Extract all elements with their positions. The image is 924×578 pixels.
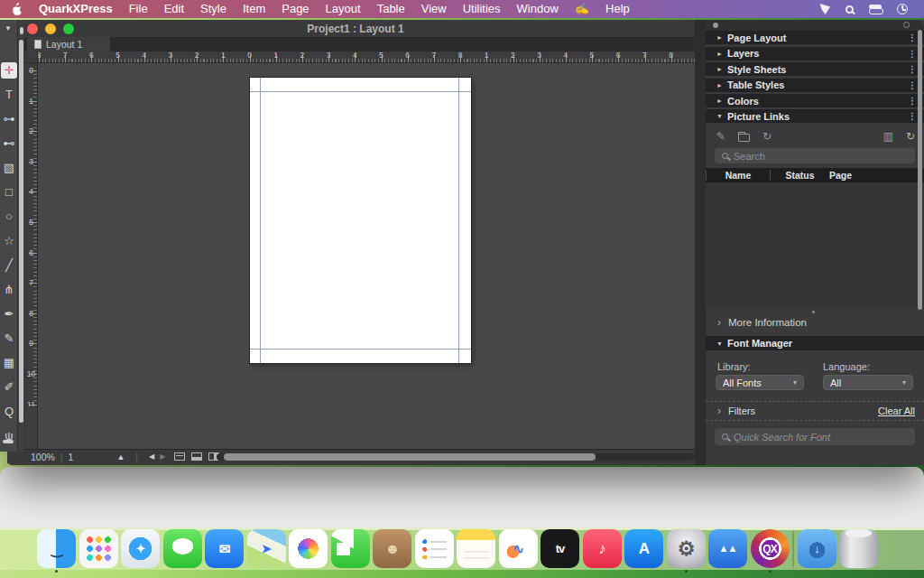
tool-button[interactable]: ☆ — [0, 228, 18, 253]
menu-item[interactable]: Table — [369, 0, 413, 18]
dock-item[interactable]: QX — [751, 529, 790, 568]
menu-item[interactable]: Item — [235, 0, 273, 18]
panel-section-header[interactable]: ► Page Layout ⋮ — [706, 31, 924, 44]
dock-item[interactable] — [163, 529, 202, 568]
filters-label[interactable]: Filters — [728, 406, 755, 416]
section-menu-icon[interactable]: ⋮ — [908, 33, 917, 42]
menu-item[interactable]: Help — [597, 0, 638, 18]
background-window[interactable] — [0, 467, 924, 530]
font-search-input[interactable] — [734, 432, 908, 443]
dock-item[interactable] — [792, 531, 794, 567]
close-button[interactable] — [27, 23, 38, 34]
dock-item[interactable]: ✉ — [205, 529, 244, 568]
library-select[interactable]: All Fonts ▾ — [716, 375, 804, 390]
section-menu-icon[interactable]: ⋮ — [908, 111, 917, 121]
zoom-level[interactable]: 100% — [31, 452, 55, 462]
dock-item[interactable]: ‿ — [37, 529, 76, 568]
menu-item[interactable]: QuarkXPress — [31, 0, 121, 18]
menu-item[interactable]: Style — [192, 0, 235, 18]
section-menu-icon[interactable]: ⋮ — [908, 96, 917, 106]
panel-section-header[interactable]: ► Style Sheets ⋮ — [706, 62, 924, 76]
tool-button[interactable]: □ — [0, 180, 18, 204]
tool-button[interactable]: ▦ — [0, 350, 18, 375]
clear-all-link[interactable]: Clear All — [878, 406, 915, 416]
section-menu-icon[interactable]: ⋮ — [908, 80, 917, 90]
view-mode-pages-icon[interactable] — [174, 452, 185, 461]
minimize-button[interactable] — [45, 23, 56, 34]
language-select[interactable]: All ▾ — [823, 375, 913, 390]
ruler-origin-box[interactable] — [25, 51, 38, 63]
section-menu-icon[interactable]: ⋮ — [908, 49, 917, 59]
sync-icon[interactable]: ↻ — [762, 130, 772, 143]
pasteboard[interactable] — [38, 63, 695, 449]
menu-item[interactable]: Layout — [318, 0, 369, 18]
horizontal-scrollbar-track[interactable] — [217, 453, 695, 461]
picture-links-list[interactable] — [706, 182, 924, 309]
tool-button[interactable]: ψ — [0, 424, 18, 448]
horizontal-scrollbar-thumb[interactable] — [224, 453, 596, 461]
menu-item[interactable]: File — [121, 0, 156, 18]
zoom-button[interactable] — [63, 23, 74, 34]
more-information-row[interactable]: › More Information — [706, 309, 924, 336]
tool-button[interactable]: ✐ — [0, 375, 18, 399]
dock-item[interactable] — [415, 529, 454, 568]
dock-item[interactable]: ♪ — [583, 529, 622, 568]
dock-item[interactable]: ⚙ — [667, 529, 706, 568]
open-folder-icon[interactable] — [738, 132, 750, 142]
tool-button[interactable]: ╱ — [0, 253, 18, 277]
tool-button[interactable]: ✎ — [0, 326, 18, 350]
refresh-icon[interactable]: ↻ — [906, 130, 915, 143]
search-input[interactable] — [734, 151, 908, 162]
tab-layout-1[interactable]: Layout 1 — [27, 37, 110, 51]
column-header[interactable]: Name — [706, 170, 770, 181]
panel-section-header[interactable]: ► Colors ⋮ — [706, 94, 924, 107]
spotlight-icon[interactable] — [845, 5, 854, 14]
tool-button[interactable]: ✛ — [0, 58, 18, 82]
previous-page-button[interactable]: ◀ — [149, 452, 154, 461]
font-manager-header[interactable]: ▼ Font Manager — [706, 336, 924, 350]
menu-item[interactable]: Utilities — [455, 0, 509, 18]
tool-button[interactable]: Q — [0, 399, 18, 424]
dock-item[interactable] — [331, 529, 370, 568]
menu-item[interactable]: Edit — [156, 0, 192, 18]
page-popup-button[interactable]: ▲ — [116, 452, 125, 461]
menu-item[interactable]: Page — [273, 0, 317, 18]
panel-vertical-scrollbar[interactable] — [918, 30, 922, 310]
tool-button[interactable]: ⊶ — [0, 107, 18, 131]
panel-collapse-ring[interactable] — [903, 22, 910, 28]
next-page-button[interactable]: ▶ — [160, 452, 165, 461]
dock-item[interactable] — [457, 529, 495, 568]
dock-item[interactable]: ✦ — [121, 529, 160, 568]
panel-handle-dot[interactable] — [713, 23, 718, 28]
palette-menu-caret[interactable]: ▼ — [0, 20, 17, 33]
dock-item[interactable]: ☻ — [373, 529, 411, 568]
dock-item[interactable] — [79, 529, 118, 568]
tool-button[interactable]: ⊷ — [0, 131, 18, 155]
dock-item[interactable]: A — [624, 529, 663, 568]
dock-item[interactable] — [839, 529, 878, 568]
menu-item[interactable]: Window — [509, 0, 567, 18]
picture-links-header[interactable]: ▼ Picture Links ⋮ — [706, 109, 924, 123]
columns-icon[interactable]: ▥ — [883, 130, 893, 143]
tool-button[interactable]: ⋔ — [0, 277, 18, 302]
page-number[interactable]: 1 — [69, 452, 74, 462]
view-mode-split-icon[interactable] — [191, 452, 202, 461]
panel-section-header[interactable]: ► Table Styles ⋮ — [706, 79, 924, 92]
column-header[interactable]: Status — [770, 170, 829, 181]
menu-item[interactable]: View — [413, 0, 455, 18]
palette-scrollbar-knob[interactable] — [20, 27, 23, 34]
tool-button[interactable]: ▧ — [0, 155, 18, 180]
title-bar[interactable]: Project1 : Layout 1 — [7, 20, 704, 37]
dock-item[interactable]: ↓ — [798, 529, 836, 568]
menu-extra-icon[interactable] — [819, 4, 830, 14]
apple-menu-icon[interactable] — [11, 3, 31, 15]
tool-button[interactable]: T — [0, 82, 18, 107]
control-center-icon[interactable] — [869, 5, 882, 14]
clock-icon[interactable] — [897, 4, 908, 14]
dock-item[interactable]: ➤ — [247, 529, 286, 568]
picture-links-search[interactable] — [715, 148, 915, 163]
dock-item[interactable]: ▲▲ — [708, 529, 747, 568]
column-header[interactable]: Page — [829, 170, 852, 181]
dock-item[interactable] — [289, 529, 328, 568]
dock-item[interactable]: tv — [541, 529, 579, 568]
